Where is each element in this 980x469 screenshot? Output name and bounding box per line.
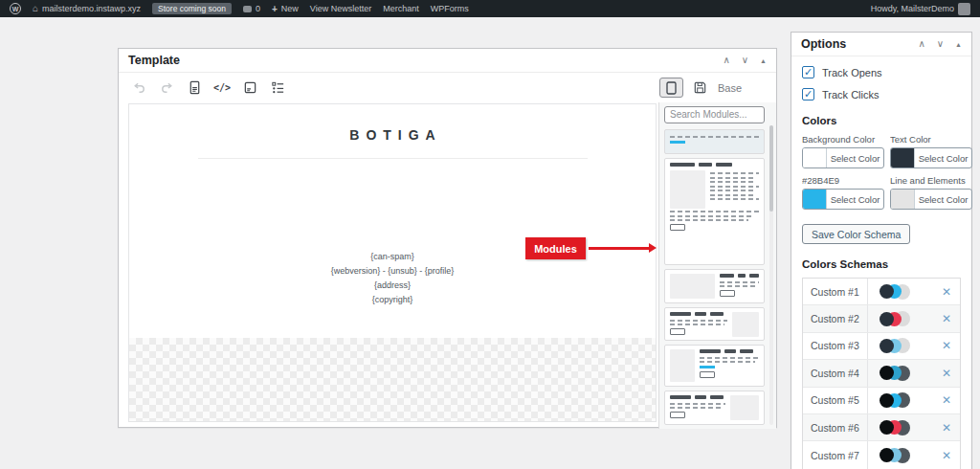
- module-graphic: [740, 349, 753, 353]
- text-color-picker[interactable]: Select Color: [890, 147, 972, 168]
- module-thumbnail-7[interactable]: [664, 429, 765, 430]
- footer-line: {address}: [129, 279, 656, 293]
- modules-list: [664, 129, 765, 430]
- module-graphic: [670, 141, 685, 144]
- merchant-menu[interactable]: Merchant: [383, 4, 419, 13]
- redo-button[interactable]: [158, 79, 175, 97]
- modules-annotation-arrow: [589, 247, 654, 250]
- site-menu[interactable]: ⌂ mailsterdemo.instawp.xyz: [33, 4, 141, 13]
- wpforms-menu[interactable]: WPForms: [431, 4, 469, 13]
- move-down-icon[interactable]: ∨: [937, 39, 944, 49]
- module-graphic: [670, 395, 691, 399]
- schema-row-custom-2[interactable]: Custom #2 ✕: [803, 305, 960, 332]
- schema-row-custom-5[interactable]: Custom #5 ✕: [803, 388, 960, 414]
- module-thumbnail-3[interactable]: [664, 269, 765, 303]
- module-graphic: [700, 361, 755, 363]
- module-graphic: [730, 395, 759, 420]
- move-up-icon[interactable]: ∧: [723, 56, 729, 65]
- my-account-menu[interactable]: Howdy, MailsterDemo: [871, 3, 970, 15]
- move-down-icon[interactable]: ∨: [742, 56, 748, 65]
- module-graphic: [670, 349, 695, 382]
- snippet-button[interactable]: [241, 79, 258, 97]
- template-panel-title: Template: [128, 54, 180, 67]
- comments-count: 0: [256, 4, 260, 13]
- schema-color-dots: [868, 392, 910, 408]
- module-graphic: [710, 170, 759, 209]
- module-graphic: [670, 215, 753, 217]
- module-graphic: [670, 395, 725, 420]
- email-canvas[interactable]: BOTIGA {can-spam} {webversion} - {unsub}…: [128, 103, 657, 422]
- schema-color-dot: [880, 312, 894, 326]
- delete-schema-icon[interactable]: ✕: [942, 285, 951, 299]
- comments-menu[interactable]: 0: [243, 4, 260, 13]
- delete-schema-icon[interactable]: ✕: [942, 312, 951, 325]
- module-graphic: [670, 349, 759, 382]
- mobile-preview-button[interactable]: [659, 78, 683, 98]
- move-up-icon[interactable]: ∧: [918, 39, 924, 49]
- track-opens-row: ✓ Track Opens: [802, 66, 961, 78]
- module-thumbnail-2[interactable]: [664, 158, 765, 265]
- schema-label: Custom #2: [803, 305, 868, 331]
- delete-schema-icon[interactable]: ✕: [942, 339, 951, 352]
- delete-schema-icon[interactable]: ✕: [942, 393, 951, 407]
- module-thumbnail-6[interactable]: [664, 391, 765, 425]
- schema-row-custom-1[interactable]: Custom #1 ✕: [803, 279, 960, 305]
- module-thumbnail-5[interactable]: [664, 345, 765, 387]
- module-thumbnail-4[interactable]: [664, 307, 765, 341]
- text-color-label: Text Color: [890, 134, 972, 145]
- wp-logo-menu[interactable]: W: [10, 3, 21, 14]
- new-content-menu[interactable]: + New: [272, 4, 299, 14]
- save-color-schema-button[interactable]: Save Color Schema: [802, 224, 910, 244]
- base-template-selector[interactable]: Base: [718, 82, 742, 94]
- module-graphic: [716, 163, 732, 167]
- schema-color-dot: [880, 448, 894, 462]
- collapse-toggle-icon[interactable]: ▲: [955, 41, 962, 48]
- document-button[interactable]: [186, 79, 203, 97]
- track-opens-checkbox[interactable]: ✓: [802, 66, 814, 78]
- template-toolbar: </> Base: [119, 73, 776, 102]
- track-clicks-checkbox[interactable]: ✓: [802, 88, 814, 100]
- schema-row-custom-7[interactable]: Custom #7 ✕: [803, 441, 960, 468]
- modules-annotation-label: Modules: [525, 237, 586, 259]
- schema-label: Custom #5: [803, 388, 868, 413]
- delete-schema-icon[interactable]: ✕: [942, 367, 951, 380]
- select-color-button[interactable]: Select Color: [915, 148, 971, 168]
- schema-row-custom-4[interactable]: Custom #4 ✕: [803, 360, 960, 387]
- module-graphic: [670, 312, 727, 316]
- checklist-button[interactable]: [269, 79, 286, 97]
- code-view-button[interactable]: </>: [213, 79, 231, 97]
- module-graphic: [670, 136, 759, 138]
- select-color-button[interactable]: Select Color: [827, 148, 883, 168]
- search-modules-input[interactable]: [664, 106, 765, 123]
- view-newsletter-menu[interactable]: View Newsletter: [310, 4, 371, 13]
- module-graphic: [670, 170, 759, 209]
- delete-schema-icon[interactable]: ✕: [942, 449, 951, 462]
- schema-row-custom-6[interactable]: Custom #6 ✕: [803, 414, 960, 441]
- colors-schemas-heading: Colors Schemas: [802, 258, 961, 270]
- collapse-toggle-icon[interactable]: ▲: [760, 57, 767, 64]
- module-graphic: [710, 395, 724, 399]
- select-color-button[interactable]: Select Color: [915, 190, 971, 209]
- module-graphic: [710, 194, 753, 196]
- plus-icon: +: [272, 4, 278, 14]
- module-graphic: [670, 312, 759, 337]
- track-opens-label: Track Opens: [822, 67, 882, 78]
- modules-scrollbar[interactable]: [769, 125, 773, 425]
- schema-color-dots: [868, 338, 910, 353]
- module-graphic: [700, 349, 759, 353]
- select-color-button[interactable]: Select Color: [827, 190, 883, 209]
- module-graphic: [670, 211, 759, 212]
- schema-row-custom-3[interactable]: Custom #3 ✕: [803, 333, 960, 360]
- module-graphic: [720, 281, 760, 283]
- module-graphic: [710, 190, 756, 191]
- delete-schema-icon[interactable]: ✕: [942, 421, 951, 435]
- wordpress-logo-icon: W: [10, 3, 21, 14]
- line-elements-color-field: Line and Elements Select Color: [890, 175, 972, 210]
- accent-color-picker[interactable]: Select Color: [802, 189, 884, 210]
- line-elements-color-picker[interactable]: Select Color: [890, 189, 972, 210]
- save-icon[interactable]: [692, 79, 709, 97]
- module-graphic: [670, 219, 748, 221]
- background-color-picker[interactable]: Select Color: [802, 147, 884, 168]
- module-thumbnail-1[interactable]: [664, 129, 765, 154]
- undo-button[interactable]: [130, 79, 147, 97]
